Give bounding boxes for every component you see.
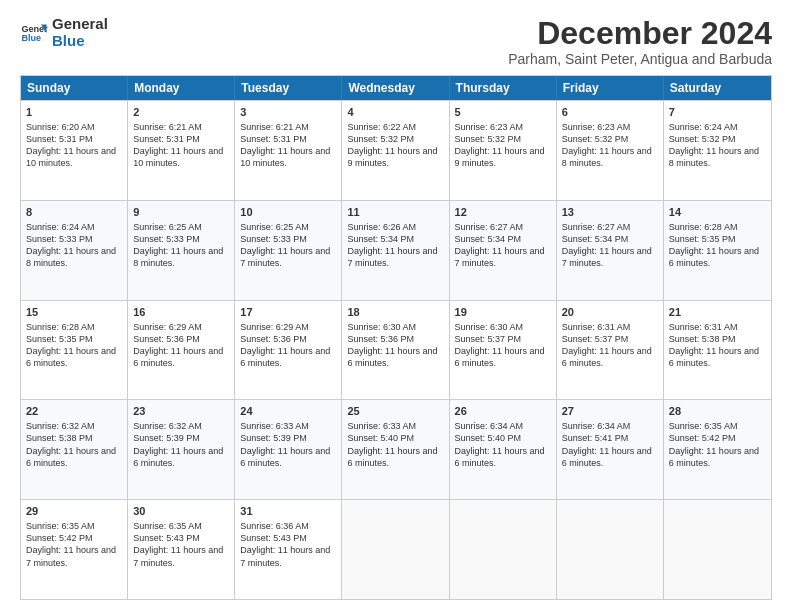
sunrise: Sunrise: 6:26 AM [347, 222, 416, 232]
sunset: Sunset: 5:40 PM [347, 433, 414, 443]
cell-5-6 [557, 500, 664, 599]
sunrise: Sunrise: 6:23 AM [455, 122, 524, 132]
daylight: Daylight: 11 hours and 7 minutes. [240, 545, 330, 567]
header: General Blue General Blue December 2024 … [20, 16, 772, 67]
daylight: Daylight: 11 hours and 6 minutes. [26, 346, 116, 368]
cell-4-2: 23 Sunrise: 6:32 AM Sunset: 5:39 PM Dayl… [128, 400, 235, 499]
sunrise: Sunrise: 6:31 AM [562, 322, 631, 332]
cell-5-2: 30 Sunrise: 6:35 AM Sunset: 5:43 PM Dayl… [128, 500, 235, 599]
week-row-5: 29 Sunrise: 6:35 AM Sunset: 5:42 PM Dayl… [21, 499, 771, 599]
daylight: Daylight: 11 hours and 10 minutes. [26, 146, 116, 168]
sunrise: Sunrise: 6:21 AM [133, 122, 202, 132]
logo: General Blue General Blue [20, 16, 108, 49]
sunset: Sunset: 5:31 PM [240, 134, 307, 144]
day-number: 7 [669, 105, 766, 120]
daylight: Daylight: 11 hours and 7 minutes. [562, 246, 652, 268]
sunrise: Sunrise: 6:24 AM [26, 222, 95, 232]
cell-1-6: 6 Sunrise: 6:23 AM Sunset: 5:32 PM Dayli… [557, 101, 664, 200]
day-number: 19 [455, 305, 551, 320]
daylight: Daylight: 11 hours and 6 minutes. [26, 446, 116, 468]
sunset: Sunset: 5:32 PM [455, 134, 522, 144]
cell-4-4: 25 Sunrise: 6:33 AM Sunset: 5:40 PM Dayl… [342, 400, 449, 499]
title-block: December 2024 Parham, Saint Peter, Antig… [508, 16, 772, 67]
sunset: Sunset: 5:33 PM [240, 234, 307, 244]
cell-4-3: 24 Sunrise: 6:33 AM Sunset: 5:39 PM Dayl… [235, 400, 342, 499]
cell-1-7: 7 Sunrise: 6:24 AM Sunset: 5:32 PM Dayli… [664, 101, 771, 200]
daylight: Daylight: 11 hours and 7 minutes. [133, 545, 223, 567]
sunrise: Sunrise: 6:34 AM [562, 421, 631, 431]
cell-1-2: 2 Sunrise: 6:21 AM Sunset: 5:31 PM Dayli… [128, 101, 235, 200]
day-number: 14 [669, 205, 766, 220]
cell-2-1: 8 Sunrise: 6:24 AM Sunset: 5:33 PM Dayli… [21, 201, 128, 300]
daylight: Daylight: 11 hours and 6 minutes. [669, 246, 759, 268]
header-monday: Monday [128, 76, 235, 100]
cell-4-7: 28 Sunrise: 6:35 AM Sunset: 5:42 PM Dayl… [664, 400, 771, 499]
sunset: Sunset: 5:35 PM [669, 234, 736, 244]
day-number: 9 [133, 205, 229, 220]
sunset: Sunset: 5:33 PM [26, 234, 93, 244]
sunrise: Sunrise: 6:36 AM [240, 521, 309, 531]
header-friday: Friday [557, 76, 664, 100]
day-number: 17 [240, 305, 336, 320]
daylight: Daylight: 11 hours and 6 minutes. [669, 446, 759, 468]
week-row-2: 8 Sunrise: 6:24 AM Sunset: 5:33 PM Dayli… [21, 200, 771, 300]
sunrise: Sunrise: 6:30 AM [455, 322, 524, 332]
cell-2-4: 11 Sunrise: 6:26 AM Sunset: 5:34 PM Dayl… [342, 201, 449, 300]
cell-5-3: 31 Sunrise: 6:36 AM Sunset: 5:43 PM Dayl… [235, 500, 342, 599]
sunrise: Sunrise: 6:35 AM [669, 421, 738, 431]
calendar-header: Sunday Monday Tuesday Wednesday Thursday… [21, 76, 771, 100]
day-number: 2 [133, 105, 229, 120]
sunset: Sunset: 5:34 PM [347, 234, 414, 244]
sunset: Sunset: 5:36 PM [240, 334, 307, 344]
cell-4-1: 22 Sunrise: 6:32 AM Sunset: 5:38 PM Dayl… [21, 400, 128, 499]
daylight: Daylight: 11 hours and 6 minutes. [455, 346, 545, 368]
day-number: 21 [669, 305, 766, 320]
sunrise: Sunrise: 6:23 AM [562, 122, 631, 132]
sunset: Sunset: 5:39 PM [133, 433, 200, 443]
day-number: 16 [133, 305, 229, 320]
day-number: 8 [26, 205, 122, 220]
cell-3-1: 15 Sunrise: 6:28 AM Sunset: 5:35 PM Dayl… [21, 301, 128, 400]
cell-3-4: 18 Sunrise: 6:30 AM Sunset: 5:36 PM Dayl… [342, 301, 449, 400]
daylight: Daylight: 11 hours and 7 minutes. [455, 246, 545, 268]
day-number: 22 [26, 404, 122, 419]
cell-1-3: 3 Sunrise: 6:21 AM Sunset: 5:31 PM Dayli… [235, 101, 342, 200]
cell-5-4 [342, 500, 449, 599]
main-title: December 2024 [508, 16, 772, 51]
sunset: Sunset: 5:36 PM [347, 334, 414, 344]
sunrise: Sunrise: 6:33 AM [347, 421, 416, 431]
sunrise: Sunrise: 6:28 AM [26, 322, 95, 332]
day-number: 23 [133, 404, 229, 419]
day-number: 10 [240, 205, 336, 220]
cell-1-1: 1 Sunrise: 6:20 AM Sunset: 5:31 PM Dayli… [21, 101, 128, 200]
sunrise: Sunrise: 6:20 AM [26, 122, 95, 132]
daylight: Daylight: 11 hours and 6 minutes. [562, 446, 652, 468]
sunset: Sunset: 5:32 PM [347, 134, 414, 144]
header-saturday: Saturday [664, 76, 771, 100]
sunset: Sunset: 5:41 PM [562, 433, 629, 443]
sunrise: Sunrise: 6:32 AM [133, 421, 202, 431]
day-number: 20 [562, 305, 658, 320]
logo-icon: General Blue [20, 19, 48, 47]
sunset: Sunset: 5:42 PM [669, 433, 736, 443]
subtitle: Parham, Saint Peter, Antigua and Barbuda [508, 51, 772, 67]
daylight: Daylight: 11 hours and 6 minutes. [133, 446, 223, 468]
sunset: Sunset: 5:40 PM [455, 433, 522, 443]
daylight: Daylight: 11 hours and 8 minutes. [26, 246, 116, 268]
sunset: Sunset: 5:36 PM [133, 334, 200, 344]
day-number: 13 [562, 205, 658, 220]
daylight: Daylight: 11 hours and 10 minutes. [133, 146, 223, 168]
cell-2-7: 14 Sunrise: 6:28 AM Sunset: 5:35 PM Dayl… [664, 201, 771, 300]
day-number: 25 [347, 404, 443, 419]
day-number: 4 [347, 105, 443, 120]
daylight: Daylight: 11 hours and 7 minutes. [240, 246, 330, 268]
calendar: Sunday Monday Tuesday Wednesday Thursday… [20, 75, 772, 600]
header-wednesday: Wednesday [342, 76, 449, 100]
daylight: Daylight: 11 hours and 6 minutes. [347, 346, 437, 368]
day-number: 28 [669, 404, 766, 419]
daylight: Daylight: 11 hours and 6 minutes. [562, 346, 652, 368]
cell-1-4: 4 Sunrise: 6:22 AM Sunset: 5:32 PM Dayli… [342, 101, 449, 200]
logo-general: General [52, 16, 108, 33]
sunset: Sunset: 5:42 PM [26, 533, 93, 543]
day-number: 11 [347, 205, 443, 220]
